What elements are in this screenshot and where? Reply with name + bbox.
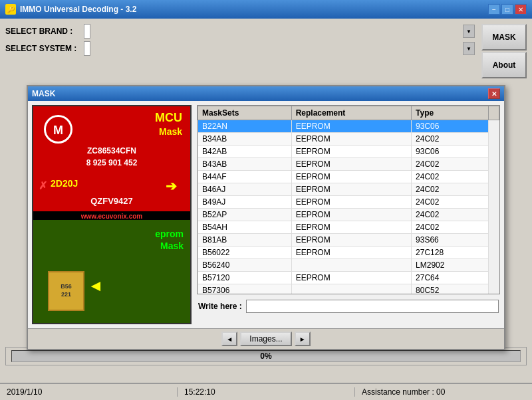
table-row[interactable]: B46AJEEPROM24C02: [198, 183, 499, 196]
maximize-button[interactable]: □: [501, 4, 513, 15]
cell-type-11: LM2902: [412, 259, 489, 272]
cell-type-0: 93C06: [412, 120, 489, 133]
table-row[interactable]: B49AJEEPROM24C02: [198, 196, 499, 209]
table-row[interactable]: B52APEEPROM24C02: [198, 209, 499, 221]
cell-replacement-10: EEPROM: [291, 247, 411, 259]
app-window: 🔑 IMMO Universal Decoding - 3.2 − □ ✕ SE…: [0, 0, 532, 400]
col-masksets: MaskSets: [198, 106, 292, 120]
mask-dialog-titlebar: MASK ✕: [28, 86, 504, 101]
mask-table-body: B22ANEEPROM93C06B34ABEEPROM24C02B42ABEEP…: [198, 120, 499, 295]
cell-replacement-13: [291, 284, 411, 295]
cell-replacement-7: EEPROM: [291, 209, 411, 221]
prev-button[interactable]: ◄: [221, 332, 237, 346]
motorola-logo: M: [43, 114, 73, 146]
title-bar-left: 🔑 IMMO Universal Decoding - 3.2: [5, 4, 136, 15]
brand-dropdown-arrow: ▼: [463, 25, 475, 38]
status-assistance: Assistance number : 00: [355, 387, 532, 397]
cell-maskset-9: B81AB: [198, 234, 292, 247]
chip-visual: B56221: [48, 271, 84, 311]
table-row[interactable]: B43ABEEPROM24C02: [198, 158, 499, 171]
cell-replacement-11: [291, 259, 411, 272]
mcu-label: MCU Mask: [155, 112, 182, 138]
right-arrow: ➔: [166, 178, 177, 194]
app-icon: 🔑: [5, 4, 16, 15]
minimize-button[interactable]: −: [488, 4, 500, 15]
system-select[interactable]: [84, 41, 90, 56]
system-select-wrapper: ▼: [84, 41, 476, 56]
svg-text:M: M: [53, 124, 63, 137]
cell-type-2: 93C06: [412, 146, 489, 158]
col-scroll: [489, 106, 499, 120]
app-title: IMMO Universal Decoding - 3.2: [20, 5, 136, 14]
cell-replacement-9: EEPROM: [291, 234, 411, 247]
mask-dialog-close[interactable]: ✕: [488, 88, 500, 99]
pcb-section: B56221 ◄ epromMask: [33, 220, 190, 323]
cell-type-7: 24C02: [412, 209, 489, 221]
eprom-label: epromMask: [155, 228, 184, 252]
chip-number: ZC86534CFN8 925 901 452: [39, 145, 185, 169]
table-row[interactable]: B54AHEEPROM24C02: [198, 221, 499, 234]
write-input[interactable]: [246, 300, 499, 313]
cell-type-8: 24C02: [412, 221, 489, 234]
next-button[interactable]: ►: [295, 332, 311, 346]
progress-bar-bg: 0%: [11, 350, 521, 362]
title-bar: 🔑 IMMO Universal Decoding - 3.2 − □ ✕: [0, 0, 532, 19]
cell-type-1: 24C02: [412, 133, 489, 146]
cell-maskset-0: B22AN: [198, 120, 292, 133]
nav-row: ◄ Images... ►: [28, 328, 504, 349]
left-arrow: ◄: [88, 276, 104, 295]
cell-maskset-5: B46AJ: [198, 183, 292, 196]
table-row[interactable]: B56022EEPROM27C128: [198, 247, 499, 259]
cell-replacement-1: EEPROM: [291, 133, 411, 146]
cell-type-6: 24C02: [412, 196, 489, 209]
cell-type-12: 27C64: [412, 272, 489, 284]
code-label: 2D20J: [51, 178, 78, 189]
system-label: SELECT SYSTEM :: [5, 44, 78, 53]
red-x-marker: ✗: [39, 179, 47, 192]
brand-select-wrapper: ▼: [84, 24, 476, 39]
col-type: Type: [412, 106, 489, 120]
cell-replacement-4: EEPROM: [291, 171, 411, 183]
images-button[interactable]: Images...: [240, 332, 291, 346]
write-label: Write here :: [198, 302, 242, 311]
system-dropdown-arrow: ▼: [463, 42, 475, 55]
cell-type-4: 24C02: [412, 171, 489, 183]
status-bar: 2019/1/10 15:22:10 Assistance number : 0…: [0, 383, 532, 400]
cell-maskset-2: B42AB: [198, 146, 292, 158]
cell-maskset-1: B34AB: [198, 133, 292, 146]
table-row[interactable]: B81ABEEPROM93S66: [198, 234, 499, 247]
table-row[interactable]: B34ABEEPROM24C02: [198, 133, 499, 146]
cell-maskset-11: B56240: [198, 259, 292, 272]
system-row: SELECT SYSTEM : ▼: [5, 41, 476, 56]
cell-maskset-12: B57120: [198, 272, 292, 284]
table-row[interactable]: B22ANEEPROM93C06: [198, 120, 499, 133]
table-row[interactable]: B5730680C52: [198, 284, 499, 295]
mask-button[interactable]: MASK: [481, 24, 527, 50]
background-area: SELECT BRAND : ▼ SELECT SYSTEM : ▼ MASK: [0, 19, 532, 400]
mask-table-header: MaskSets Replacement Type: [198, 106, 499, 120]
table-row[interactable]: B57120EEPROM27C64: [198, 272, 499, 284]
col-replacement: Replacement: [291, 106, 411, 120]
cell-replacement-3: EEPROM: [291, 158, 411, 171]
table-row[interactable]: B42ABEEPROM93C06: [198, 146, 499, 158]
table-row[interactable]: B44AFEEPROM24C02: [198, 171, 499, 183]
about-button[interactable]: About: [481, 52, 527, 78]
write-row: Write here :: [197, 297, 500, 316]
cell-replacement-2: EEPROM: [291, 146, 411, 158]
cell-type-9: 93S66: [412, 234, 489, 247]
cell-maskset-13: B57306: [198, 284, 292, 295]
cell-maskset-6: B49AJ: [198, 196, 292, 209]
cell-replacement-6: EEPROM: [291, 196, 411, 209]
mask-table-scroll[interactable]: MaskSets Replacement Type B22ANEEPROM93C…: [197, 105, 500, 294]
close-button[interactable]: ✕: [515, 4, 527, 15]
status-time: 15:22:10: [178, 387, 355, 397]
cell-type-3: 24C02: [412, 158, 489, 171]
cell-maskset-8: B54AH: [198, 221, 292, 234]
brand-select[interactable]: [84, 24, 90, 39]
cell-maskset-4: B44AF: [198, 171, 292, 183]
cell-maskset-10: B56022: [198, 247, 292, 259]
cell-replacement-5: EEPROM: [291, 183, 411, 196]
table-row[interactable]: B56240LM2902: [198, 259, 499, 272]
cell-replacement-8: EEPROM: [291, 221, 411, 234]
mask-table: MaskSets Replacement Type B22ANEEPROM93C…: [198, 106, 499, 294]
